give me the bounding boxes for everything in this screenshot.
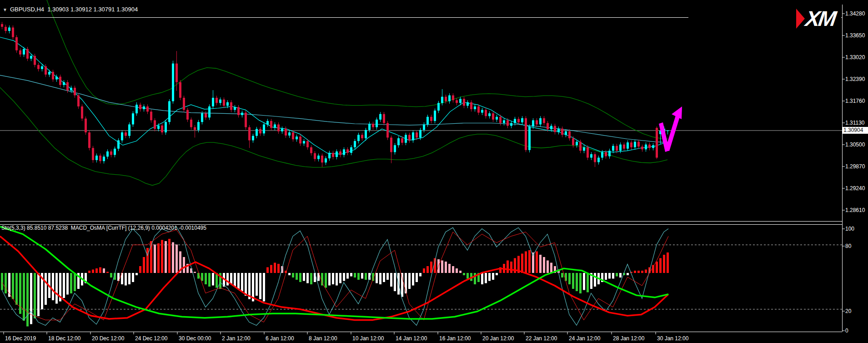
candle-body: [488, 113, 491, 116]
osma-bar: [616, 273, 618, 277]
candle-body: [648, 145, 651, 148]
osma-bar: [641, 271, 643, 273]
price-axis-label: 1.31760: [845, 98, 865, 104]
candle-body: [99, 156, 101, 161]
osma-bar: [12, 273, 14, 299]
price-axis-label: 1.34280: [845, 10, 865, 17]
trend-arrow[interactable]: [665, 116, 680, 151]
candle-body: [532, 120, 534, 126]
candle-body: [536, 120, 538, 124]
osma-bar: [528, 250, 531, 273]
osma-bar: [132, 273, 134, 282]
candle-body: [401, 138, 403, 143]
osma-bar: [568, 273, 571, 284]
candle-body: [434, 111, 436, 121]
osma-bar: [474, 273, 476, 284]
candle-body: [274, 125, 276, 128]
osma-bar: [656, 262, 658, 273]
candle-body: [121, 132, 123, 141]
osma-bar: [277, 264, 280, 273]
osma-bar: [92, 270, 94, 273]
osma-bar: [539, 255, 542, 273]
candle-body: [259, 129, 261, 133]
indicator-axis-label: 100: [845, 226, 854, 232]
osma-bar: [237, 273, 240, 289]
candle-body: [321, 156, 323, 162]
candle-body: [507, 120, 509, 126]
candle-body: [376, 120, 378, 127]
osma-bar: [176, 245, 178, 273]
osma-bar: [226, 273, 229, 286]
osma-bar: [256, 273, 258, 296]
xm-logo-triangle-icon: [796, 9, 805, 29]
xm-logo: XM: [688, 5, 841, 33]
date-label: 20 Dec 12:00: [92, 335, 124, 342]
candle-body: [63, 82, 65, 85]
candle-body: [325, 158, 327, 162]
date-label: 30 Jan 12:00: [657, 335, 688, 342]
candle-body: [277, 125, 280, 131]
osma-bar: [146, 248, 149, 273]
osma-bar: [507, 261, 509, 273]
osma-bar: [314, 273, 316, 282]
osma-bar: [619, 273, 622, 277]
osma-bar: [259, 273, 261, 299]
osma-bar: [485, 273, 487, 283]
candle-body: [463, 99, 465, 106]
indicator-axis-label: 0: [845, 328, 848, 334]
candle-body: [197, 122, 200, 130]
candle-body: [70, 88, 72, 91]
candle-body: [357, 135, 360, 141]
osma-bar: [510, 262, 512, 273]
candle-body: [37, 65, 40, 69]
osma-bar: [536, 252, 538, 273]
candle-body: [81, 106, 83, 119]
chart-canvas[interactable]: [0, 0, 868, 343]
candle-body: [252, 136, 254, 141]
candle-body: [667, 131, 669, 131]
candle-body: [481, 110, 483, 113]
osma-bar: [34, 273, 36, 318]
candle-body: [59, 77, 61, 85]
candle-body: [285, 129, 287, 136]
close-value: 1.30904: [116, 6, 138, 13]
osma-bar: [390, 273, 392, 287]
candle-body: [154, 120, 156, 129]
candle-body: [623, 145, 625, 149]
candle-body: [114, 149, 116, 155]
osma-bar: [106, 272, 109, 273]
osma-bar: [583, 273, 585, 290]
candle-body: [612, 146, 614, 151]
candle-body: [150, 111, 152, 120]
osma-bar: [212, 273, 214, 286]
candle-body: [103, 156, 105, 161]
osma-bar: [412, 273, 414, 286]
osma-bar: [594, 273, 596, 287]
candle-body: [314, 153, 316, 159]
osma-bar: [608, 273, 611, 279]
candle-body: [528, 126, 531, 150]
osma-bar: [445, 262, 447, 273]
indicator-label: Sto(5,3,3) 85.8510 87.5238 MACD_OsMA [Cu…: [1, 225, 206, 231]
candle-body: [15, 37, 18, 50]
candle-body: [579, 142, 582, 151]
date-label: 10 Jan 12:00: [352, 335, 384, 342]
osma-bar: [426, 266, 429, 273]
candle-body: [416, 132, 418, 137]
osma-bar: [168, 239, 171, 273]
candle-body: [34, 56, 36, 65]
candle-body: [365, 130, 367, 138]
osma-bar: [637, 271, 640, 273]
candle-body: [550, 126, 552, 130]
candle-body: [485, 110, 487, 116]
candle-body: [157, 126, 160, 129]
candle-body: [354, 141, 356, 147]
candle-body: [547, 123, 549, 129]
osma-bar: [74, 273, 76, 291]
candle-body: [212, 98, 214, 106]
candle-body: [336, 151, 338, 157]
osma-bar: [492, 273, 494, 280]
osma-bar: [361, 273, 363, 279]
candle-body: [343, 149, 345, 155]
osma-bar: [350, 273, 352, 277]
